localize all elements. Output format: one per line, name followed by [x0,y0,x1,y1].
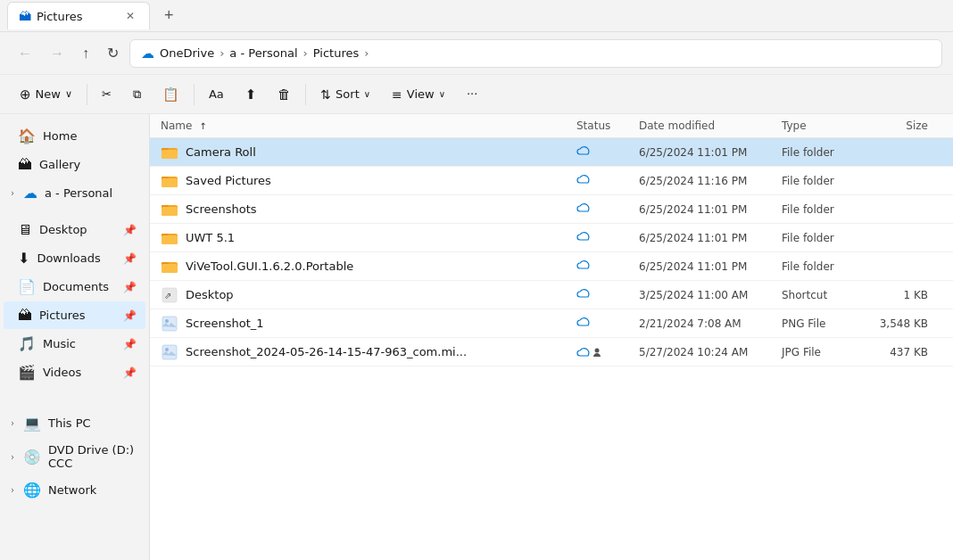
title-bar: 🏔 Pictures ✕ + [0,0,953,32]
new-tab-button[interactable]: + [157,3,181,29]
shortcut-icon: ⇗ [161,286,178,304]
file-row[interactable]: ViVeTool.GUI.1.6.2.0.Portable 6/25/2024 … [150,252,953,281]
cloud-status-icon [576,317,591,327]
sidebar-item-label: Gallery [39,158,80,171]
onedrive-icon: ☁ [141,45,154,62]
main-layout: 🏠 Home 🏔 Gallery › ☁ a - Personal 🖥 Desk… [0,114,953,560]
tab-pictures-icon: 🏔 [19,9,31,23]
new-button[interactable]: ⊕ New ∨ [11,81,81,108]
sidebar-item-gallery[interactable]: 🏔 Gallery [4,151,145,178]
sidebar-item-this-pc[interactable]: › 💻 This PC [4,409,145,437]
file-name: Screenshot_1 [186,317,576,330]
sidebar-item-videos[interactable]: 🎬 Videos 📌 [4,358,145,386]
sidebar-item-desktop[interactable]: 🖥 Desktop 📌 [4,216,145,243]
file-row[interactable]: Screenshots 6/25/2024 11:01 PM File fold… [150,195,953,224]
sidebar-item-pictures[interactable]: 🏔 Pictures 📌 [4,301,145,329]
file-name: Saved Pictures [186,174,576,187]
rename-button[interactable]: Aa [200,82,233,106]
cut-button[interactable]: ✂ [93,82,120,106]
breadcrumb[interactable]: ☁ OneDrive › a - Personal › Pictures › [129,39,942,68]
column-header-name[interactable]: Name ↑ [161,119,576,132]
svg-point-20 [165,348,169,351]
view-button[interactable]: ≡ View ∨ [383,82,454,107]
sidebar-item-dvd[interactable]: › 💿 DVD Drive (D:) CCC [4,438,145,475]
file-date: 5/27/2024 10:24 AM [639,346,782,358]
file-status-cloud [576,145,639,159]
tab-close-button[interactable]: ✕ [122,8,138,24]
expand-icon: › [11,188,14,198]
expand-dvd-icon: › [11,452,14,462]
pin-icon-downloads: 📌 [123,252,137,265]
file-name: Desktop [186,288,576,301]
breadcrumb-personal[interactable]: a - Personal [229,46,297,60]
delete-button[interactable]: 🗑 [269,81,300,108]
expand-network-icon: › [11,485,14,495]
file-type: Shortcut [782,289,871,301]
share-button[interactable]: ⬆ [236,81,266,108]
sidebar-item-label: Documents [43,280,109,293]
back-button[interactable]: ← [11,40,39,67]
file-name: UWT 5.1 [186,231,576,244]
documents-icon: 📄 [18,278,36,295]
sidebar-item-network[interactable]: › 🌐 Network [4,476,145,504]
up-button[interactable]: ↑ [75,40,96,67]
file-status-cloud [576,231,639,244]
sidebar-item-label: Home [43,129,77,143]
file-name: Screenshot_2024-05-26-14-15-47-963_com.m… [186,345,576,358]
pin-icon-music: 📌 [123,338,137,350]
sort-arrow-name: ↑ [199,121,206,131]
paste-button[interactable]: 📋 [153,81,188,108]
svg-rect-11 [162,235,178,244]
column-header-status[interactable]: Status [576,119,639,132]
file-row[interactable]: UWT 5.1 6/25/2024 11:01 PM File folder [150,224,953,252]
more-button[interactable]: ··· [458,82,486,106]
folder-icon [161,258,178,276]
column-header-date[interactable]: Date modified [639,119,782,132]
sidebar-item-label: a - Personal [45,186,112,200]
image-icon [161,315,178,333]
file-area: Name ↑ Status Date modified Type Size [150,114,953,560]
pin-icon-videos: 📌 [123,366,137,379]
videos-icon: 🎬 [18,364,36,381]
file-row[interactable]: Saved Pictures 6/25/2024 11:16 PM File f… [150,167,953,195]
copy-button[interactable]: ⧉ [124,82,150,107]
column-header-size[interactable]: Size [871,119,942,132]
refresh-button[interactable]: ↻ [100,39,126,67]
file-type: JPG File [782,346,871,358]
file-status-cloud-user [576,347,639,358]
sidebar: 🏠 Home 🏔 Gallery › ☁ a - Personal 🖥 Desk… [0,114,150,560]
file-row[interactable]: Screenshot_1 2/21/2024 7:08 AM PNG File … [150,309,953,338]
file-type: PNG File [782,317,871,330]
svg-text:⇗: ⇗ [164,291,171,301]
file-status-cloud [576,174,639,187]
file-name: Camera Roll [186,145,576,159]
sidebar-item-downloads[interactable]: ⬇ Downloads 📌 [4,244,145,272]
file-row[interactable]: Camera Roll 6/25/2024 11:01 PM File fold… [150,138,953,167]
sort-button[interactable]: ⇅ Sort ∨ [311,82,379,107]
sidebar-item-home[interactable]: 🏠 Home [4,122,145,150]
dvd-icon: 💿 [23,449,41,465]
image-icon [161,343,178,361]
active-tab[interactable]: 🏔 Pictures ✕ [7,2,150,29]
file-size: 3,548 KB [871,317,942,330]
breadcrumb-pictures[interactable]: Pictures [313,46,359,60]
toolbar-separator-1 [87,84,87,105]
file-date: 6/25/2024 11:16 PM [639,175,782,187]
svg-rect-14 [162,264,178,273]
sidebar-item-a-personal[interactable]: › ☁ a - Personal [4,179,145,207]
forward-button[interactable]: → [43,40,71,67]
svg-rect-5 [162,178,178,187]
sidebar-item-documents[interactable]: 📄 Documents 📌 [4,273,145,301]
sidebar-item-music[interactable]: 🎵 Music 📌 [4,330,145,358]
nav-bar: ← → ↑ ↻ ☁ OneDrive › a - Personal › Pict… [0,32,953,75]
breadcrumb-onedrive[interactable]: OneDrive [160,46,214,60]
pictures-icon: 🏔 [18,307,32,324]
column-header-type[interactable]: Type [782,119,871,132]
sidebar-item-label: DVD Drive (D:) CCC [48,443,137,470]
file-type: File folder [782,146,871,159]
file-row[interactable]: Screenshot_2024-05-26-14-15-47-963_com.m… [150,338,953,366]
svg-point-18 [165,319,169,323]
this-pc-icon: 💻 [23,415,41,432]
file-type: File folder [782,175,871,187]
file-row[interactable]: ⇗ Desktop 3/25/2024 11:00 AM Shortcut 1 … [150,281,953,309]
